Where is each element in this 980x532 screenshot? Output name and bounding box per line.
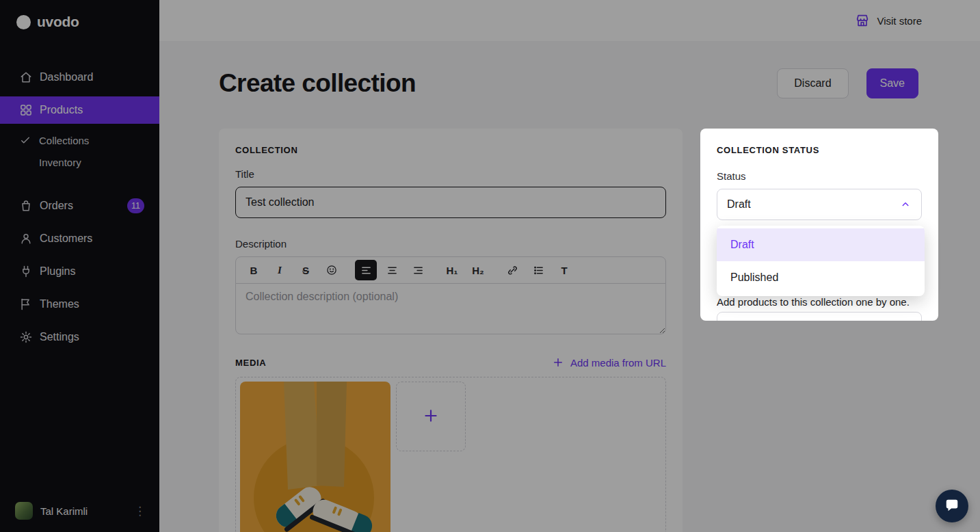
- status-select-value: Draft: [727, 198, 751, 211]
- product-search-input[interactable]: [717, 312, 922, 321]
- chat-bubble-icon: [944, 498, 959, 515]
- status-dropdown: Draft Published: [717, 226, 925, 296]
- status-label: Status: [717, 170, 922, 183]
- screen: uvodo Dashboard Products Collections: [0, 0, 980, 532]
- status-hint-text: Add products to this collection one by o…: [717, 296, 922, 308]
- chat-launcher-button[interactable]: [936, 490, 968, 522]
- status-option-draft[interactable]: Draft: [717, 228, 925, 261]
- status-option-published[interactable]: Published: [717, 261, 925, 294]
- status-select[interactable]: Draft: [717, 189, 922, 220]
- status-section-title: COLLECTION STATUS: [717, 145, 922, 155]
- chevron-up-icon: [899, 198, 912, 211]
